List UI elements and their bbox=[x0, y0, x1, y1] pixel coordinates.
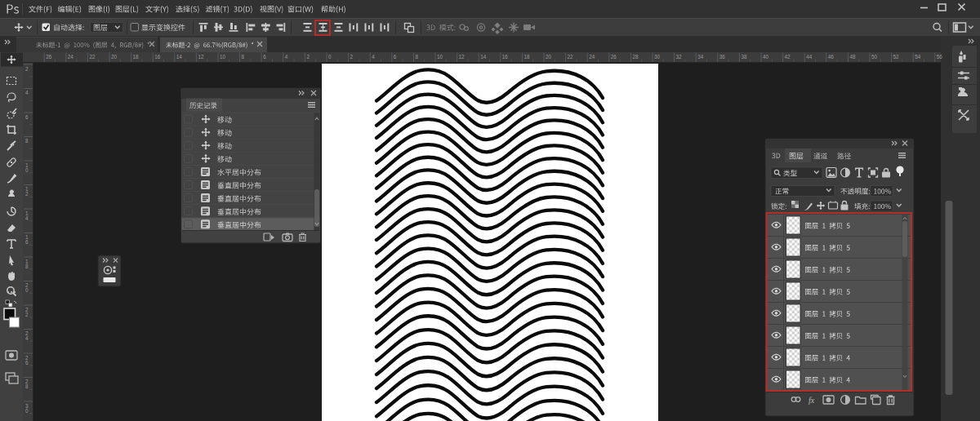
svg-text:44: 44 bbox=[806, 54, 813, 60]
svg-text:4: 4 bbox=[25, 215, 29, 221]
svg-text:0: 0 bbox=[328, 54, 332, 60]
svg-text:46: 46 bbox=[828, 54, 835, 60]
svg-text:2: 2 bbox=[350, 54, 354, 60]
svg-text:6: 6 bbox=[394, 54, 397, 60]
svg-text:4: 4 bbox=[25, 90, 29, 95]
svg-text:16: 16 bbox=[154, 54, 161, 60]
svg-text:6: 6 bbox=[25, 114, 29, 120]
svg-text:34: 34 bbox=[697, 54, 704, 60]
svg-text:56: 56 bbox=[937, 54, 943, 60]
svg-text:40: 40 bbox=[763, 54, 769, 60]
svg-text:36: 36 bbox=[719, 54, 726, 60]
svg-text:38: 38 bbox=[741, 54, 747, 60]
svg-text:28: 28 bbox=[632, 54, 639, 60]
svg-text:fx: fx bbox=[808, 396, 815, 405]
svg-text:2: 2 bbox=[25, 312, 29, 317]
svg-text:52: 52 bbox=[893, 54, 900, 60]
svg-text:4: 4 bbox=[372, 54, 375, 60]
svg-text:24: 24 bbox=[68, 54, 74, 60]
svg-text:14: 14 bbox=[176, 54, 183, 60]
svg-text:8: 8 bbox=[25, 383, 29, 389]
svg-text:4: 4 bbox=[25, 335, 29, 341]
svg-text:18: 18 bbox=[523, 54, 530, 60]
svg-text:24: 24 bbox=[589, 54, 595, 60]
svg-text:22: 22 bbox=[568, 54, 574, 60]
svg-text:2: 2 bbox=[306, 54, 310, 60]
svg-text:54: 54 bbox=[915, 54, 921, 60]
svg-text:50: 50 bbox=[871, 54, 878, 60]
svg-text:26: 26 bbox=[611, 54, 617, 60]
svg-text:0: 0 bbox=[25, 167, 29, 173]
svg-text:22: 22 bbox=[89, 54, 96, 60]
svg-text:2: 2 bbox=[25, 191, 29, 197]
svg-text:42: 42 bbox=[785, 54, 791, 60]
svg-text:16: 16 bbox=[502, 54, 509, 60]
svg-text:0: 0 bbox=[25, 408, 29, 414]
svg-text:6: 6 bbox=[25, 360, 29, 366]
svg-text:12: 12 bbox=[459, 54, 466, 60]
svg-text:20: 20 bbox=[546, 54, 552, 60]
svg-text:48: 48 bbox=[849, 54, 856, 60]
svg-text:32: 32 bbox=[676, 54, 683, 60]
svg-text:12: 12 bbox=[198, 54, 204, 60]
svg-text:6: 6 bbox=[263, 54, 266, 60]
svg-text:6: 6 bbox=[25, 239, 29, 245]
svg-text:30: 30 bbox=[654, 54, 661, 60]
svg-text:0: 0 bbox=[25, 287, 29, 293]
svg-text:8: 8 bbox=[242, 54, 245, 60]
svg-text:10: 10 bbox=[220, 54, 226, 60]
svg-text:4: 4 bbox=[285, 54, 288, 60]
svg-text:8: 8 bbox=[25, 138, 29, 144]
svg-text:10: 10 bbox=[437, 54, 443, 60]
svg-text:2: 2 bbox=[25, 66, 29, 72]
svg-text:26: 26 bbox=[46, 54, 52, 60]
svg-text:8: 8 bbox=[25, 264, 29, 269]
svg-text:18: 18 bbox=[133, 54, 140, 60]
svg-text:14: 14 bbox=[480, 54, 487, 60]
svg-text:20: 20 bbox=[111, 54, 118, 60]
svg-text:8: 8 bbox=[415, 54, 418, 60]
